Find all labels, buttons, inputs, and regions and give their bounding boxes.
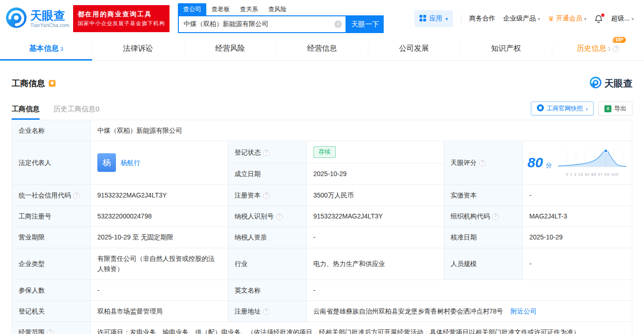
search-tabs: 查公司 查老板 查关系 查风险 [178,3,384,15]
field-label-taxpayer-quality: 纳税人资质 [228,227,306,248]
crown-icon: ♛ [548,14,554,23]
status-badge: 存续 [313,146,336,158]
field-label-approval-date: 核准日期 [444,227,522,248]
help-icon[interactable]: ? [263,150,270,156]
field-label-company-name: 企业名称 [12,120,91,141]
table-row: 统一社会信用代码? 91532322MAG2J4LT3Y 注册资本? 3500万… [12,184,632,205]
tianyancha-logo[interactable]: 天眼查 TianYanCha.com [6,7,69,30]
table-row: 登记机关 双柏县市场监督管理局 注册地址? 云南省楚雄彝族自治州双柏县安龙堡乡青… [12,300,632,321]
field-label-industry: 行业 [228,248,306,279]
business-cooperation-link[interactable]: 商务合作 [469,14,495,23]
search-box: × [178,15,346,33]
table-row: 企业类型 有限责任公司（非自然人投资或控股的法人独资） 行业 电力、热力生产和供… [12,248,632,279]
field-value-business-term: 2025-10-29 至 无固定期限 [90,227,228,248]
apps-menu[interactable]: 应用 ▾ [414,10,453,27]
field-value-taxpayer-id: 91532322MAG2J4LT3Y [306,205,444,226]
score-unit: 分 [546,161,552,170]
help-icon[interactable]: ? [276,213,283,220]
search-button[interactable]: 天眼一下 [346,15,384,33]
super-vip-menu[interactable]: 超级... ▾ [611,14,634,23]
field-label-business-term: 营业期限 [12,227,91,248]
field-value-business-scope: 许可项目：发电业务、输电业务、供（配）电业务。（依法须经批准的项目，经相关部门批… [90,322,632,334]
tab-badge: 1 [608,46,610,52]
field-label-reg-address: 注册地址? [228,300,306,321]
field-value-company-type: 有限责任公司（非自然人投资或控股的法人独资） [90,248,228,279]
search-tab-relation[interactable]: 查关系 [235,3,263,15]
field-value-taxpayer-quality: - [306,227,444,248]
help-icon[interactable]: ? [263,192,270,199]
field-label-company-type: 企业类型 [12,248,91,279]
legal-rep-avatar[interactable]: 杨 [97,153,116,172]
tab-operating-info[interactable]: 经营信息 [276,37,368,60]
export-button[interactable]: X 导出 [598,102,632,116]
score-axis-labels: 0 1 3 15 50 85 97 99 100 [557,172,627,178]
chevron-down-icon: ▾ [631,16,634,21]
field-label-business-scope: 经营范围? [12,322,91,334]
open-vip-link[interactable]: ♛ 开通会员 ▾ [548,14,586,23]
apps-label: 应用 [429,14,442,23]
table-row: 工商注册号 532322000024798 纳税人识别号? 91532322MA… [12,205,632,226]
snapshot-icon [537,104,544,113]
field-value-credit-code: 91532322MAG2J4LT3Y [90,184,228,205]
tab-legal-proceedings[interactable]: 法律诉讼 [92,37,184,60]
score-value: 80 [528,151,543,174]
help-icon[interactable]: ? [492,213,499,220]
field-label-score: 天眼评分? [444,141,522,184]
table-row: 法定代表人 杨 杨航行 登记状态? 存续 天眼评分? [12,141,632,164]
tab-intellectual-property[interactable]: 知识产权 [460,37,552,60]
top-header: 天眼查 TianYanCha.com 都在用的商业查询工具 国家中小企业发展子基… [0,0,644,37]
help-icon[interactable]: ? [613,46,619,52]
field-label-taxpayer-id: 纳税人识别号? [228,205,306,226]
legal-rep-link[interactable]: 杨航行 [121,157,140,168]
field-label-reg-authority: 登记机关 [12,300,91,321]
field-value-score: 80 分 [522,141,632,184]
help-icon[interactable]: ? [479,160,486,166]
field-label-paid-capital: 实缴资本 [444,184,522,205]
clear-search-icon[interactable]: × [334,20,342,28]
search-input[interactable] [179,16,346,32]
vip-badge: VIP [613,37,626,43]
subtab-business-info[interactable]: 工商信息 [12,105,40,120]
monitor-bell-icon[interactable] [48,80,56,87]
menu-divider [461,14,461,23]
field-value-company-name: 中煤（双柏）新能源有限公司 [90,120,632,141]
excel-icon: X [604,105,611,112]
company-nav-tabs: 基本信息 3 法律诉讼 经营风险 经营信息 公司发展 知识产权 历史信息 1 ?… [0,37,644,61]
field-label-reg-status: 登记状态? [228,141,306,164]
field-label-reg-capital: 注册资本? [228,184,306,205]
search-area: 查公司 查老板 查关系 查风险 × 天眼一下 [178,0,384,33]
nearby-companies-link[interactable]: 附近公司 [510,307,536,315]
business-info-table: 企业名称 中煤（双柏）新能源有限公司 法定代表人 杨 杨航行 登记状态? 存续 [12,120,632,334]
notification-dot [601,14,604,17]
official-snapshot-button[interactable]: 工商官网快照 › [531,102,594,116]
promo-banner: 都在用的商业查询工具 国家中小企业发展子基金旗下机构 [73,5,170,32]
tab-company-development[interactable]: 公司发展 [368,37,460,60]
tab-basic-info[interactable]: 基本信息 3 [0,37,92,60]
field-value-approval-date: 2025-10-29 [522,227,632,248]
help-icon[interactable]: ? [73,192,80,199]
help-icon[interactable]: ? [47,329,54,334]
table-row: 参保人数 - 英文名称 - [12,279,632,300]
field-value-establish-date: 2025-10-29 [306,164,444,184]
field-label-credit-code: 统一社会信用代码? [12,184,91,205]
field-label-reg-number: 工商注册号 [12,205,91,226]
search-tab-company[interactable]: 查公司 [178,3,206,15]
field-value-reg-capital: 3500万人民币 [306,184,444,205]
search-tab-boss[interactable]: 查老板 [206,3,235,15]
notifications-bell-icon[interactable] [594,14,603,23]
tab-history-info[interactable]: 历史信息 1 ? VIP [552,37,644,60]
subtab-history-business-info[interactable]: 历史工商信息0 [54,105,99,120]
search-tab-risk[interactable]: 查风险 [263,3,291,15]
table-row: 经营范围? 许可项目：发电业务、输电业务、供（配）电业务。（依法须经批准的项目，… [12,322,632,334]
help-icon[interactable]: ? [263,308,270,315]
tab-operating-risk[interactable]: 经营风险 [184,37,276,60]
score-distribution-chart: 0 1 3 15 50 85 97 99 100 [557,148,627,177]
field-label-staff-size: 人员规模 [444,248,522,279]
chevron-down-icon: ▾ [446,16,448,21]
enterprise-products-menu[interactable]: 企业级产品 ▾ [503,14,540,23]
tianyancha-swirl-icon [590,76,602,90]
tianyancha-watermark: 天眼查 [590,76,632,90]
promo-line2: 国家中小企业发展子基金旗下机构 [78,20,165,28]
field-label-legal-rep: 法定代表人 [12,141,91,184]
field-value-legal-rep: 杨 杨航行 [90,141,228,184]
